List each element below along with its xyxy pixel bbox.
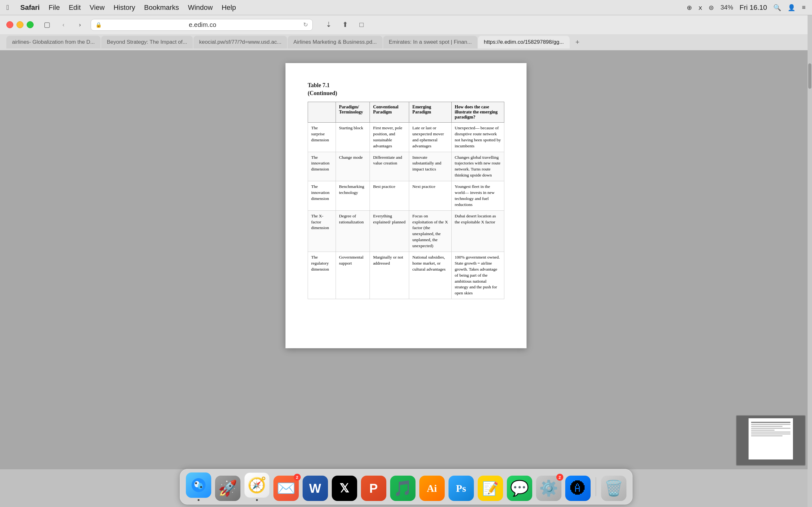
appstore-icon: 🅐 bbox=[565, 475, 591, 501]
cell-3-3: Focus on exploitation of the X factor (t… bbox=[409, 210, 451, 251]
cell-1-1: Change mode bbox=[336, 152, 369, 181]
maximize-button[interactable] bbox=[27, 21, 34, 28]
launchpad-icon: 🚀 bbox=[215, 475, 241, 501]
cell-2-4: Youngest fleet in the world— invests in … bbox=[451, 181, 504, 211]
reload-button[interactable]: ↻ bbox=[303, 21, 308, 28]
tab-5[interactable]: https://e.edim.co/158297898/gg... bbox=[478, 36, 569, 49]
dock-item-finder[interactable] bbox=[186, 472, 211, 501]
sidebar-toggle-button[interactable]: ▢ bbox=[41, 19, 53, 31]
photoshop-icon: Ps bbox=[449, 475, 474, 501]
dock-item-presentation[interactable]: P bbox=[361, 475, 386, 501]
tab-3[interactable]: Airlines Marketing & Business.pd... bbox=[288, 36, 383, 49]
dock-item-word[interactable]: W bbox=[303, 475, 328, 501]
scrollbar-thumb[interactable] bbox=[808, 63, 811, 89]
cell-0-4: Unexpected— because of disruptive route … bbox=[451, 123, 504, 152]
user-avatar[interactable]: 👤 bbox=[788, 4, 796, 11]
main-content: Table 7.1 (Continued) Paradigm/ Terminol… bbox=[0, 50, 812, 469]
col-header-conventional: Conventional Paradigm bbox=[370, 102, 409, 123]
table-row-3: The X-factor dimensionDegree of rational… bbox=[308, 210, 504, 251]
menu-safari[interactable]: Safari bbox=[20, 3, 40, 12]
share-button[interactable]: ⬆ bbox=[339, 19, 351, 31]
menu-history[interactable]: History bbox=[113, 3, 135, 12]
control-center-icon[interactable]: ⊕ bbox=[687, 4, 692, 11]
whatsapp-icon: 💬 bbox=[507, 475, 532, 501]
back-button[interactable]: ‹ bbox=[58, 19, 69, 31]
new-tab-button[interactable]: + bbox=[573, 38, 582, 47]
notes-icon: 📝 bbox=[478, 475, 503, 501]
menu-edit[interactable]: Edit bbox=[69, 3, 81, 12]
control-strip-icon[interactable]: ≡ bbox=[802, 4, 806, 11]
table-row-0: The surprise dimensionStarting blockFirs… bbox=[308, 123, 504, 152]
close-button[interactable] bbox=[6, 21, 13, 28]
svg-point-2 bbox=[198, 483, 203, 489]
download-button[interactable]: ⇣ bbox=[323, 19, 334, 31]
presentation-icon: P bbox=[361, 475, 386, 501]
cell-4-2: Marginally or not addressed bbox=[370, 252, 409, 299]
cell-2-1: Benchmarking technology bbox=[336, 181, 369, 211]
word-icon: W bbox=[303, 475, 328, 501]
dock-item-whatsapp[interactable]: 💬 bbox=[507, 475, 532, 501]
cell-2-0: The innovation dimension bbox=[308, 181, 336, 211]
cell-2-2: Best practice bbox=[370, 181, 409, 211]
browser-action-buttons: ⇣ ⬆ □ bbox=[323, 19, 367, 31]
browser-chrome: ▢ ‹ › 🔒 e.edim.co ↻ ⇣ ⬆ □ airlines- Glob… bbox=[0, 15, 812, 50]
search-icon[interactable]: 🔍 bbox=[773, 4, 781, 11]
tab-2-label: keocial.pw/sf/77/?d=www.usd.ac... bbox=[199, 39, 281, 45]
url-display[interactable]: e.edim.co bbox=[105, 21, 300, 29]
dock: 🚀 🧭 ✉️ 2 W 𝕏 P 🎵 Ai bbox=[180, 469, 632, 504]
scrollbar[interactable] bbox=[808, 50, 812, 469]
pdf-page: Table 7.1 (Continued) Paradigm/ Terminol… bbox=[286, 63, 526, 348]
dock-item-illustrator[interactable]: Ai bbox=[419, 475, 445, 501]
menu-help[interactable]: Help bbox=[222, 3, 236, 12]
safari-dot bbox=[256, 499, 258, 501]
illustrator-icon: Ai bbox=[419, 475, 445, 501]
menu-file[interactable]: File bbox=[49, 3, 60, 12]
page-thumbnail-preview bbox=[736, 415, 806, 466]
dock-item-x[interactable]: 𝕏 bbox=[332, 475, 357, 501]
wifi-icon[interactable]: ⊜ bbox=[709, 4, 714, 11]
minimize-button[interactable] bbox=[16, 21, 23, 28]
finder-icon bbox=[186, 472, 211, 498]
tab-5-label: https://e.edim.co/158297898/gg... bbox=[484, 39, 564, 45]
menu-window[interactable]: Window bbox=[188, 3, 212, 12]
tab-1-label: Beyond Strategy: The Impact of... bbox=[107, 39, 187, 45]
thumbnail-inner bbox=[737, 416, 805, 465]
tab-0-label: airlines- Globalization from the D... bbox=[12, 39, 95, 45]
cell-0-3: Late or last or unexpected mover and eph… bbox=[409, 123, 451, 152]
battery-indicator[interactable]: 34% bbox=[720, 4, 733, 11]
reading-list-button[interactable]: □ bbox=[356, 19, 367, 31]
cell-4-4: 100% government owned. State growth = ai… bbox=[451, 252, 504, 299]
tab-2[interactable]: keocial.pw/sf/77/?d=www.usd.ac... bbox=[194, 36, 287, 49]
bluetooth-icon[interactable]: ⅹ bbox=[699, 4, 702, 11]
dock-item-mail[interactable]: ✉️ 2 bbox=[273, 475, 299, 501]
menu-bookmarks[interactable]: Bookmarks bbox=[144, 3, 179, 12]
mail-badge: 2 bbox=[294, 474, 301, 481]
cell-4-1: Governmental support bbox=[336, 252, 369, 299]
dock-item-trash[interactable]: 🗑️ bbox=[601, 475, 626, 501]
cell-2-3: Next practice bbox=[409, 181, 451, 211]
forward-button[interactable]: › bbox=[74, 19, 86, 31]
tab-3-label: Airlines Marketing & Business.pd... bbox=[293, 39, 377, 45]
col-header-paradigm-terminology: Paradigm/ Terminology bbox=[336, 102, 369, 123]
x-icon: 𝕏 bbox=[332, 475, 357, 501]
dock-item-appstore[interactable]: 🅐 bbox=[565, 475, 591, 501]
dock-item-photoshop[interactable]: Ps bbox=[449, 475, 474, 501]
tab-0[interactable]: airlines- Globalization from the D... bbox=[6, 36, 101, 49]
address-bar[interactable]: 🔒 e.edim.co ↻ bbox=[91, 19, 313, 31]
tab-4[interactable]: Emirates: In a sweet spot | Finan... bbox=[383, 36, 477, 49]
svg-point-3 bbox=[195, 482, 197, 484]
dock-item-notes[interactable]: 📝 bbox=[478, 475, 503, 501]
toolbar: ▢ ‹ › 🔒 e.edim.co ↻ ⇣ ⬆ □ bbox=[0, 15, 812, 34]
cell-1-2: Differentiate and value creation bbox=[370, 152, 409, 181]
cell-0-0: The surprise dimension bbox=[308, 123, 336, 152]
dock-item-launchpad[interactable]: 🚀 bbox=[215, 475, 241, 501]
tab-1[interactable]: Beyond Strategy: The Impact of... bbox=[101, 36, 193, 49]
clock: Fri 16.10 bbox=[740, 3, 767, 12]
col-header-emerging: Emerging Paradigm bbox=[409, 102, 451, 123]
dock-item-safari[interactable]: 🧭 bbox=[244, 472, 270, 501]
dock-item-spotify[interactable]: 🎵 bbox=[390, 475, 415, 501]
dock-item-system-settings[interactable]: ⚙️ 2 bbox=[536, 475, 561, 501]
tab-4-label: Emirates: In a sweet spot | Finan... bbox=[389, 39, 472, 45]
menu-view[interactable]: View bbox=[90, 3, 105, 12]
apple-menu[interactable]:  bbox=[6, 3, 9, 12]
